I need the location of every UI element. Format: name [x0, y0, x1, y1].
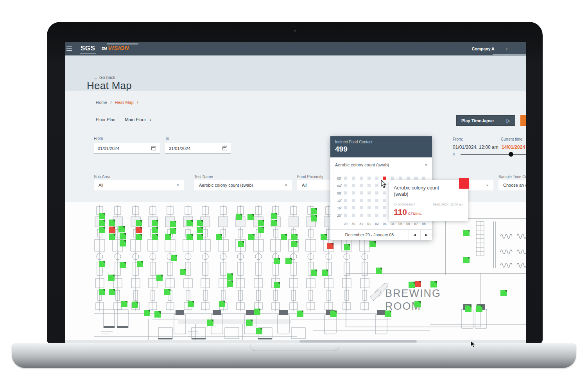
heatmap-cell[interactable]	[352, 206, 355, 209]
vision-logo: VISION	[108, 45, 129, 51]
heatmap-col-label: 06	[405, 222, 411, 226]
pointer-cursor-icon	[380, 180, 387, 188]
heatmap-cell[interactable]	[375, 206, 378, 209]
play-timelapse-button[interactable]: Play Time-lapse ▷	[456, 115, 515, 126]
heatmap-cell[interactable]	[383, 191, 386, 195]
heatmap-cell[interactable]	[368, 199, 371, 202]
popup-footer: December 29 - January 08 ◀ ▶	[330, 229, 432, 240]
breadcrumb-home[interactable]: Home	[96, 100, 107, 105]
timelapse-from-label: From:	[453, 137, 463, 141]
heatmap-cell[interactable]	[368, 206, 371, 209]
floor-plan-value[interactable]: Main Floor	[125, 117, 146, 122]
heatmap-row-label: 12h	[332, 198, 342, 203]
breadcrumb: Home / Heat-Map /	[96, 100, 140, 105]
heatmap-col-label: 07	[413, 222, 419, 226]
chevron-down-icon: ∨	[425, 163, 427, 167]
heatmap-cell[interactable]	[383, 214, 386, 217]
test-name-select[interactable]: Aerobic colony count (swab) ∨	[194, 180, 292, 191]
heatmap-col-label: 05	[397, 222, 403, 226]
heatmap-cell[interactable]	[360, 199, 363, 202]
date-to-label: To	[165, 136, 169, 141]
popup-header: Indirect Food Contact 499	[330, 136, 432, 157]
heatmap-cell[interactable]	[368, 191, 371, 195]
company-underline	[493, 54, 526, 55]
heatmap-col-label: 30	[350, 222, 357, 226]
date-from-input[interactable]: 01/01/2024	[94, 143, 160, 154]
sample-id: ID-0000014824	[394, 203, 415, 206]
timelapse-secondary-button[interactable]	[520, 115, 526, 126]
heatmap-cell[interactable]	[344, 177, 347, 180]
heatmap-cell[interactable]	[399, 177, 402, 180]
heatmap-cell[interactable]	[352, 214, 355, 217]
heatmap-cell[interactable]	[375, 214, 378, 217]
heatmap-cell[interactable]	[407, 177, 410, 180]
chevron-down-icon: ∨	[486, 184, 489, 187]
status-swatch	[459, 178, 469, 189]
heatmap-row-label: 00h	[332, 176, 342, 180]
prev-week-button[interactable]: ◀	[409, 230, 420, 240]
heatmap-cell[interactable]	[360, 191, 363, 195]
laptop-base-notch	[250, 343, 339, 351]
heatmap-cell[interactable]	[375, 199, 378, 202]
sub-area-label: Sub-Area	[94, 175, 110, 179]
heatmap-cell[interactable]	[344, 199, 347, 202]
calendar-icon[interactable]	[222, 146, 227, 150]
slider-min-label: 0	[453, 152, 455, 156]
date-to-input[interactable]: 31/01/2024	[165, 143, 231, 154]
heatmap-cell[interactable]	[422, 177, 425, 180]
test-name-label: Test Name	[194, 175, 213, 179]
heatmap-cell[interactable]	[414, 177, 418, 180]
timelapse-current-label: Current time:	[501, 137, 526, 141]
breadcrumb-current[interactable]: Heat-Map	[115, 100, 134, 105]
heatmap-cell[interactable]	[360, 184, 363, 187]
heatmap-cell[interactable]	[375, 191, 378, 195]
page-header: ← Go back Heat Map	[65, 55, 526, 91]
timelapse-current-value: 14/01/2024	[502, 145, 526, 150]
play-icon: ▷	[507, 118, 510, 123]
sample-time-select[interactable]: Choose an o	[498, 180, 526, 191]
heatmap-cell[interactable]	[352, 191, 355, 195]
calendar-icon[interactable]	[151, 146, 156, 150]
company-selector[interactable]: Company A ∨	[461, 42, 519, 55]
tooltip-title: Aerobic colony count (swab)	[394, 185, 450, 198]
arrow-cursor-icon	[470, 341, 476, 348]
heatmap-cell[interactable]	[352, 184, 355, 187]
heatmap-cell[interactable]	[368, 184, 371, 187]
heatmap-cell[interactable]	[375, 177, 378, 180]
heatmap-cell[interactable]	[383, 177, 386, 180]
sub-area-select[interactable]: All ∨	[94, 180, 184, 191]
go-back-link[interactable]: ← Go back	[94, 75, 115, 80]
heatmap-cell[interactable]	[360, 214, 363, 217]
heatmap-cell[interactable]	[391, 177, 394, 180]
heatmap-cell[interactable]	[360, 177, 363, 180]
timelapse-slider-track[interactable]	[461, 154, 526, 155]
heatmap-cell[interactable]	[368, 214, 371, 217]
reading-value: 110CFU/mL	[394, 207, 421, 217]
heatmap-cell[interactable]	[383, 199, 386, 202]
heatmap-cell[interactable]	[344, 214, 347, 217]
chevron-down-icon: ∨	[506, 47, 508, 51]
scrollbar-thumb[interactable]	[299, 340, 417, 343]
heatmap-cell[interactable]	[344, 184, 347, 187]
em-logo: EM	[102, 46, 107, 50]
horizontal-scrollbar[interactable]	[65, 340, 526, 343]
heatmap-cell[interactable]	[344, 206, 347, 209]
timelapse-slider-thumb[interactable]	[509, 152, 513, 157]
floor-plan-canvas[interactable]: BREWING ROOM	[65, 202, 526, 340]
heatmap-cell[interactable]	[352, 177, 355, 180]
popup-test-select[interactable]: Aerobic colony count (swab) ∨	[335, 160, 427, 170]
next-week-button[interactable]: ▶	[420, 230, 432, 240]
sgs-logo: SGS	[80, 45, 96, 54]
chevron-down-icon: ∨	[285, 184, 287, 187]
room-label-line1: BREWING	[385, 287, 441, 299]
heatmap-row-label: 16h	[332, 206, 342, 210]
heatmap-cell[interactable]	[352, 199, 355, 202]
heatmap-cell[interactable]	[368, 177, 371, 180]
heatmap-col-label: 03	[382, 222, 388, 226]
chevron-down-icon[interactable]: ∨	[149, 118, 152, 121]
heatmap-cell[interactable]	[360, 206, 363, 209]
heatmap-cell[interactable]	[375, 184, 378, 187]
heatmap-cell[interactable]	[383, 206, 386, 209]
heatmap-cell[interactable]	[344, 191, 347, 195]
menu-icon[interactable]	[66, 46, 72, 51]
